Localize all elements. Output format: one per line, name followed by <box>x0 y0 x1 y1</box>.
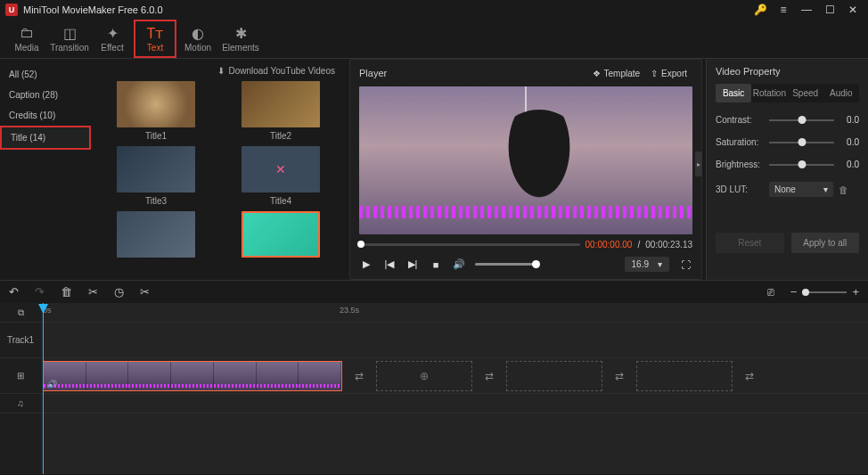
tab-transition-label: Transition <box>50 43 89 53</box>
transition-slot[interactable]: ⇄ <box>738 370 761 382</box>
tab-media[interactable]: 🗀 Media <box>5 20 48 58</box>
category-title[interactable]: Title (14) <box>0 126 91 150</box>
contrast-slider[interactable] <box>769 119 834 121</box>
ruler-mark: 23.5s <box>340 306 359 315</box>
prev-frame-button[interactable]: |◀ <box>382 258 397 272</box>
tab-motion[interactable]: ◐ Motion <box>176 20 219 58</box>
playhead[interactable] <box>43 303 44 474</box>
thumb-image <box>117 211 195 258</box>
category-all[interactable]: All (52) <box>0 64 91 85</box>
fit-button[interactable]: ⎚ <box>767 285 774 299</box>
effect-icon: ✦ <box>107 25 119 41</box>
tab-speed[interactable]: Speed <box>788 84 823 102</box>
property-tabs: Basic Rotation Speed Audio <box>716 84 859 102</box>
thumb-image <box>242 211 320 258</box>
transition-slot[interactable]: ⇄ <box>608 370 631 382</box>
video-preview[interactable] <box>359 86 692 234</box>
template-icon: ❖ <box>593 69 601 78</box>
seek-bar[interactable] <box>359 243 580 246</box>
premium-key-icon[interactable]: 🔑 <box>750 2 770 18</box>
zoom-in-button[interactable]: + <box>852 285 859 299</box>
delete-button[interactable]: 🗑 <box>61 285 72 299</box>
volume-handle[interactable] <box>532 260 540 268</box>
split-button[interactable]: ✂ <box>88 285 98 299</box>
video-property-panel: Video Property Basic Rotation Speed Audi… <box>706 59 868 280</box>
brightness-value: 0.0 <box>839 160 859 169</box>
tab-elements[interactable]: ✱ Elements <box>219 20 262 58</box>
maximize-button[interactable]: ☐ <box>820 2 839 18</box>
slider-handle[interactable] <box>798 160 806 168</box>
tab-audio[interactable]: Audio <box>823 84 859 102</box>
redo-button[interactable]: ↷ <box>35 285 45 299</box>
thumb-title6[interactable] <box>223 211 339 258</box>
time-duration: 00:00:23.13 <box>645 240 692 250</box>
contrast-label: Contrast: <box>716 115 764 125</box>
tracks-area[interactable]: 0s 23.5s 🔊 ⇄ ⊕ ⇄ ⇄ ⇄ <box>41 303 868 474</box>
thumb-title1[interactable]: Title1 <box>98 81 214 141</box>
tab-elements-label: Elements <box>222 43 259 53</box>
stop-button[interactable]: ■ <box>429 258 443 272</box>
template-button[interactable]: ❖Template <box>587 67 646 80</box>
saturation-slider[interactable] <box>769 142 834 143</box>
video-clip[interactable]: 🔊 <box>43 361 342 391</box>
video-track[interactable]: 🔊 ⇄ ⊕ ⇄ ⇄ ⇄ <box>41 358 868 394</box>
zoom-slider[interactable] <box>802 291 847 293</box>
track-1[interactable] <box>41 323 868 358</box>
tab-text[interactable]: Tᴛ Text <box>134 20 176 58</box>
clip-placeholder[interactable] <box>506 361 602 391</box>
contrast-value: 0.0 <box>839 115 859 125</box>
player-title: Player <box>359 68 387 78</box>
reset-button[interactable]: Reset <box>716 233 784 253</box>
category-caption[interactable]: Caption (28) <box>0 85 91 105</box>
minimize-button[interactable]: — <box>797 2 816 18</box>
volume-slider[interactable] <box>475 263 537 266</box>
close-button[interactable]: ✕ <box>843 2 863 18</box>
add-track-button[interactable]: ⧉ <box>0 303 41 323</box>
export-button[interactable]: ⇪Export <box>645 67 692 80</box>
thumb-title5[interactable] <box>98 211 214 258</box>
track1-label: Track1 <box>0 323 41 358</box>
speed-button[interactable]: ◷ <box>114 285 124 299</box>
next-frame-button[interactable]: ▶| <box>405 258 420 272</box>
transition-slot[interactable]: ⇄ <box>478 370 501 382</box>
tab-rotation[interactable]: Rotation <box>751 84 787 102</box>
volume-icon[interactable]: 🔊 <box>452 258 466 272</box>
category-credits[interactable]: Credits (10) <box>0 105 91 126</box>
undo-button[interactable]: ↶ <box>9 285 19 299</box>
zoom-out-button[interactable]: − <box>790 285 798 299</box>
video-track-icon[interactable]: ⊞ <box>0 358 41 394</box>
fullscreen-button[interactable]: ⛶ <box>678 258 692 272</box>
clip-placeholder[interactable]: ⊕ <box>376 361 472 391</box>
audio-track-icon[interactable]: ♫ <box>0 394 41 414</box>
thumb-title4[interactable]: Title4 <box>223 146 339 206</box>
saturation-value: 0.0 <box>839 137 859 147</box>
app-logo: U <box>5 4 18 16</box>
zoom-handle[interactable] <box>802 289 809 296</box>
tab-motion-label: Motion <box>184 43 211 53</box>
crop-button[interactable]: ✂ <box>140 285 150 299</box>
aspect-ratio-select[interactable]: 16.9▾ <box>625 257 669 272</box>
play-button[interactable]: ▶ <box>359 258 373 272</box>
brightness-slider[interactable] <box>769 164 834 166</box>
menu-icon[interactable]: ≡ <box>774 2 793 18</box>
thumb-title2[interactable]: Title2 <box>223 81 339 141</box>
download-youtube-link[interactable]: Download YouTube Videos <box>228 66 335 76</box>
lut-delete-button[interactable]: 🗑 <box>839 184 848 195</box>
tab-transition[interactable]: ◫ Transition <box>48 20 91 58</box>
tab-basic[interactable]: Basic <box>716 84 751 102</box>
slider-handle[interactable] <box>798 138 806 146</box>
tab-effect[interactable]: ✦ Effect <box>91 20 134 58</box>
slider-handle[interactable] <box>798 116 806 124</box>
lut-label: 3D LUT: <box>716 184 764 194</box>
apply-all-button[interactable]: Apply to all <box>791 233 860 253</box>
lut-select[interactable]: None▾ <box>769 182 833 197</box>
seek-handle[interactable] <box>357 241 364 248</box>
clip-placeholder[interactable] <box>636 361 733 391</box>
thumb-image <box>117 81 195 127</box>
time-ruler[interactable]: 0s 23.5s <box>41 303 868 323</box>
transition-slot[interactable]: ⇄ <box>348 370 371 382</box>
panel-expand-handle[interactable]: ▸ <box>695 152 702 176</box>
audio-track[interactable] <box>41 394 868 414</box>
thumb-title3[interactable]: Title3 <box>98 146 214 206</box>
clip-audio-icon: 🔊 <box>47 380 57 389</box>
